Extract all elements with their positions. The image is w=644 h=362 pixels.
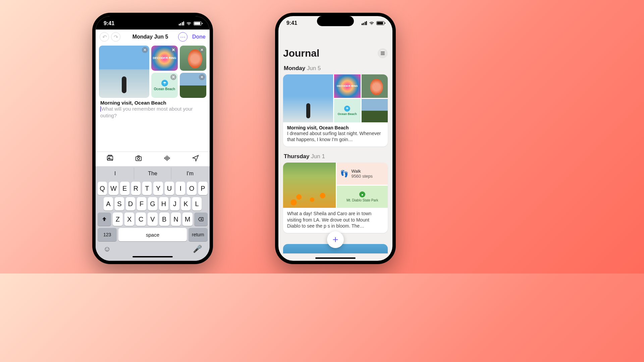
space-key[interactable]: space	[118, 228, 186, 241]
key-a[interactable]: A	[104, 197, 113, 210]
remove-attachment-button[interactable]: ✕	[142, 47, 148, 53]
svg-point-4	[137, 158, 139, 160]
key-y[interactable]: Y	[153, 182, 163, 195]
attachment-photo-surf[interactable]: ✕	[99, 46, 149, 98]
status-time: 9:41	[286, 20, 297, 26]
return-key[interactable]: return	[189, 228, 208, 241]
card-title: Morning visit, Ocean Beach	[287, 125, 384, 130]
day-heading: Thursday Jun 1	[284, 153, 387, 160]
key-g[interactable]: G	[148, 197, 157, 210]
entry-title: Morning visit, Ocean Beach	[100, 100, 205, 106]
key-u[interactable]: U	[165, 182, 174, 195]
add-photo-button[interactable]	[106, 155, 114, 164]
key-l[interactable]: L	[192, 197, 202, 210]
suggestion[interactable]: I	[97, 168, 134, 180]
key-f[interactable]: F	[137, 197, 146, 210]
card-photo-flowers	[283, 163, 336, 208]
phone-editor: 9:41 ↶ ↷ Monday Jun 5 ⋯ Done ✕ DECODER R…	[92, 13, 213, 264]
compose-accessory-bar	[96, 152, 210, 166]
entry-editor[interactable]: Morning visit, Ocean Beach What will you…	[96, 98, 210, 121]
key-x[interactable]: X	[124, 213, 135, 226]
key-k[interactable]: K	[181, 197, 191, 210]
keyboard-row-1: QWERTYUIOP	[98, 182, 208, 195]
map-pin-icon: ☂	[344, 106, 350, 112]
entry-prompt-placeholder: What will you remember most about your o…	[100, 106, 205, 119]
key-n[interactable]: N	[171, 213, 181, 226]
more-button[interactable]: ⋯	[178, 32, 187, 42]
new-entry-button[interactable]: +	[327, 231, 344, 248]
key-r[interactable]: R	[131, 182, 141, 195]
done-button[interactable]: Done	[192, 34, 206, 40]
journal-header: Journal	[283, 48, 388, 59]
key-b[interactable]: B	[159, 213, 169, 226]
editor-screen: 9:41 ↶ ↷ Monday Jun 5 ⋯ Done ✕ DECODER R…	[96, 16, 210, 261]
key-z[interactable]: Z	[113, 213, 123, 226]
journal-body[interactable]: Journal Monday Jun 5 DECODER RING ☂Ocean…	[278, 29, 392, 261]
dictation-key[interactable]: 🎤	[193, 245, 202, 253]
delete-key[interactable]	[194, 213, 208, 226]
attachment-photo-dog[interactable]: ✕	[180, 73, 206, 98]
key-q[interactable]: Q	[98, 182, 107, 195]
cellular-icon	[179, 21, 184, 25]
key-m[interactable]: M	[182, 213, 193, 226]
svg-rect-7	[167, 156, 167, 161]
attachment-podcast[interactable]: DECODER RING✕	[151, 46, 178, 71]
key-i[interactable]: I	[176, 182, 185, 195]
filter-button[interactable]	[378, 48, 388, 58]
key-t[interactable]: T	[142, 182, 152, 195]
svg-rect-1	[108, 155, 112, 156]
card-podcast: DECODER RING	[334, 74, 360, 98]
undo-button[interactable]: ↶	[100, 32, 109, 42]
attachment-photo-shell[interactable]: ✕	[180, 46, 206, 71]
home-indicator[interactable]	[132, 256, 173, 257]
key-e[interactable]: E	[120, 182, 129, 195]
remove-attachment-button[interactable]: ✕	[199, 74, 205, 80]
remove-attachment-button[interactable]: ✕	[170, 47, 176, 53]
map-pin-icon: ☂	[161, 80, 168, 86]
home-indicator[interactable]	[315, 257, 356, 259]
cellular-icon	[362, 21, 367, 25]
suggestion[interactable]: The	[134, 168, 172, 180]
key-h[interactable]: H	[159, 197, 168, 210]
keyboard-row-3: ZXCVBNM	[98, 213, 208, 226]
key-v[interactable]: V	[148, 213, 158, 226]
key-j[interactable]: J	[170, 197, 179, 210]
key-c[interactable]: C	[136, 213, 146, 226]
journal-title: Journal	[283, 48, 319, 59]
audio-button[interactable]	[163, 155, 171, 164]
keyboard[interactable]: I The I'm QWERTYUIOP ASDFGHJKL ZXCVBNM 1…	[96, 166, 210, 261]
editor-date-heading: Monday Jun 5	[122, 34, 178, 40]
journal-screen: 9:41 Journal Monday Jun 5 DECODER RING ☂…	[278, 16, 392, 261]
svg-rect-8	[168, 157, 168, 160]
status-time: 9:41	[104, 20, 114, 26]
camera-button[interactable]	[135, 155, 143, 164]
entry-card[interactable]: 👣 Walk9560 steps ●Mt. Diablo State Park …	[283, 163, 388, 233]
key-s[interactable]: S	[115, 197, 124, 210]
card-media-grid: 👣 Walk9560 steps ●Mt. Diablo State Park	[283, 163, 388, 208]
key-w[interactable]: W	[109, 182, 118, 195]
card-photo-dog	[362, 99, 388, 122]
redo-button[interactable]: ↷	[111, 32, 120, 42]
emoji-key[interactable]: ☺	[103, 245, 111, 253]
numbers-key[interactable]: 123	[98, 228, 117, 241]
attachment-location[interactable]: ☂Ocean Beach✕	[151, 73, 178, 98]
remove-attachment-button[interactable]: ✕	[170, 74, 176, 80]
suggestion[interactable]: I'm	[171, 168, 209, 180]
activity-name: Walk	[351, 169, 373, 174]
key-o[interactable]: O	[187, 182, 196, 195]
card-photo-surf	[283, 74, 333, 122]
shift-key[interactable]	[98, 213, 111, 226]
map-pin-icon: ●	[359, 191, 365, 197]
card-text: What a day! Sheila and Caro are in town …	[283, 208, 388, 233]
wifi-icon	[186, 21, 192, 25]
key-d[interactable]: D	[126, 197, 135, 210]
entry-card[interactable]: DECODER RING ☂Ocean Beach Morning visit,…	[283, 74, 388, 146]
location-button[interactable]	[192, 155, 200, 164]
filter-icon	[381, 53, 385, 54]
card-photo-shell	[362, 74, 388, 98]
editor-body: ↶ ↷ Monday Jun 5 ⋯ Done ✕ DECODER RING✕ …	[96, 30, 210, 261]
remove-attachment-button[interactable]: ✕	[199, 47, 205, 53]
svg-rect-6	[165, 157, 166, 160]
key-p[interactable]: P	[198, 182, 208, 195]
wifi-icon	[369, 21, 374, 25]
